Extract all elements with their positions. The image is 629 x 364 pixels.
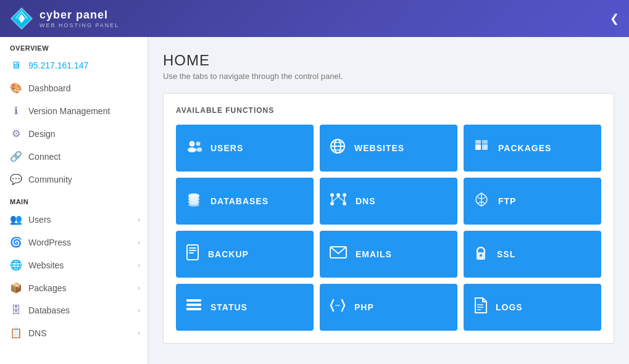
sidebar-item-dashboard[interactable]: 🎨 Dashboard [0,77,148,99]
svg-point-5 [196,147,202,152]
chevron-right-icon: › [138,329,140,337]
sidebar-toggle-button[interactable]: ❮ [610,12,619,25]
packages-func-icon [473,138,489,158]
sidebar-item-packages[interactable]: 📦 Packages › [0,276,148,299]
logs-func-icon [473,297,487,317]
databases-icon: 🗄 [10,305,22,316]
sidebar-item-label: Databases [28,305,70,315]
users-button[interactable]: USERS [176,125,314,172]
status-button[interactable]: STATUS [176,284,314,331]
dns-func-label: DNS [356,196,376,206]
functions-grid: USERS WEBSITES [176,125,601,331]
websites-func-icon [330,138,346,158]
php-func-label: PHP [354,302,374,312]
ftp-button[interactable]: FTP [464,178,601,225]
databases-func-label: DATABASES [210,196,269,206]
sidebar: OVERVIEW 🖥 95.217.161.147 🎨 Dashboard ℹ … [0,37,148,364]
svg-line-26 [338,197,344,202]
svg-point-22 [330,202,334,205]
websites-func-label: WEBSITES [354,143,404,153]
ftp-func-icon [473,191,489,211]
sidebar-item-label: WordPress [28,238,71,247]
chevron-right-icon: › [138,215,140,224]
svg-point-35 [480,254,482,257]
packages-icon: 📦 [10,282,22,294]
status-func-icon [186,299,202,316]
sidebar-item-design[interactable]: ⚙ Design [0,122,148,145]
svg-point-23 [343,202,346,205]
page-subtitle: Use the tabs to navigate through the con… [163,72,614,81]
logo-title: cyber panel [40,9,119,22]
backup-button[interactable]: BACKUP [176,231,314,278]
svg-rect-30 [189,250,196,251]
wordpress-icon: 🌀 [10,236,22,248]
svg-rect-12 [482,144,488,150]
websites-icon: 🌐 [10,259,22,271]
sidebar-item-label: DNS [28,328,47,338]
dashboard-icon: 🎨 [10,82,22,94]
main-content: HOME Use the tabs to navigate through th… [148,37,629,364]
dns-button[interactable]: DNS [320,178,457,225]
header: cyber panel WEB HOSTING PANEL ❮ [0,0,629,37]
svg-rect-11 [475,144,481,150]
logs-button[interactable]: LOGS [464,284,601,331]
svg-rect-13 [475,140,481,144]
sidebar-item-ip[interactable]: 🖥 95.217.161.147 [0,54,148,77]
svg-rect-36 [186,299,201,302]
page-title: HOME [163,52,614,69]
emails-button[interactable]: EMAILS [320,231,457,278]
php-button[interactable]: PHP [320,284,457,331]
sidebar-item-wordpress[interactable]: 🌀 WordPress › [0,231,148,254]
ssl-func-icon [473,244,488,264]
logs-func-label: LOGS [496,302,523,312]
info-icon: ℹ [10,105,22,117]
emails-func-icon [330,246,347,263]
svg-rect-31 [189,252,194,254]
packages-func-label: PACKAGES [498,143,551,153]
chevron-right-icon: › [138,238,140,247]
sidebar-item-version-management[interactable]: ℹ Version Management [0,99,148,122]
sidebar-item-dns[interactable]: 📋 DNS › [0,321,148,344]
svg-point-18 [188,203,199,207]
databases-button[interactable]: DATABASES [176,178,314,225]
logo-icon [10,7,33,30]
logo-text: cyber panel WEB HOSTING PANEL [40,9,119,28]
packages-button[interactable]: PACKAGES [464,125,601,172]
svg-point-19 [330,193,334,197]
sidebar-item-websites[interactable]: 🌐 Websites › [0,254,148,276]
sidebar-item-connect[interactable]: 🔗 Connect [0,145,148,168]
backup-func-label: BACKUP [208,249,249,259]
sidebar-item-databases[interactable]: 🗄 Databases › [0,299,148,321]
databases-func-icon [186,191,202,211]
sidebar-item-label: Design [28,129,56,139]
ssl-button[interactable]: SSL [464,231,601,278]
gear-icon: ⚙ [10,128,22,139]
sidebar-item-label: Version Management [28,106,110,116]
svg-rect-37 [186,304,201,306]
sidebar-item-label: Community [28,175,72,184]
chevron-right-icon: › [138,306,140,315]
sidebar-item-label: Websites [28,260,64,270]
ip-address: 95.217.161.147 [28,60,88,70]
svg-point-20 [336,193,340,197]
ssl-func-label: SSL [497,249,515,259]
backup-func-icon [186,244,199,264]
sidebar-item-label: Packages [28,283,66,293]
svg-rect-14 [482,140,488,144]
svg-point-2 [190,141,195,147]
users-icon: 👥 [10,213,22,225]
overview-section-label: OVERVIEW [0,37,148,54]
main-section-label: MAIN [0,191,148,208]
connect-icon: 🔗 [10,151,22,162]
websites-button[interactable]: WEBSITES [320,125,457,172]
sidebar-item-community[interactable]: 💬 Community [0,168,148,191]
chevron-right-icon: › [138,284,140,292]
status-func-label: STATUS [210,302,248,312]
svg-point-4 [196,142,201,146]
community-icon: 💬 [10,173,22,185]
dns-icon: 📋 [10,327,22,339]
svg-rect-29 [189,247,196,249]
sidebar-item-users[interactable]: 👥 Users › [0,208,148,231]
logo-subtitle: WEB HOSTING PANEL [40,22,119,28]
svg-point-3 [188,147,196,152]
